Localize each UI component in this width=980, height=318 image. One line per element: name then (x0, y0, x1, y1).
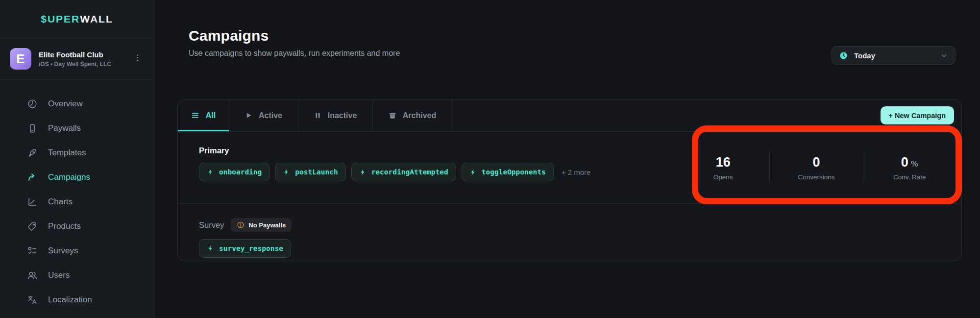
sidebar-item-label: Localization (48, 295, 92, 305)
trigger-pill[interactable]: postLaunch (275, 163, 345, 181)
date-range-value: Today (854, 51, 934, 60)
paywalls-icon (27, 123, 38, 134)
sidebar-nav: Overview Paywalls Templates (0, 80, 154, 312)
sidebar-item-paywalls[interactable]: Paywalls (0, 116, 154, 141)
stat-opens: 16 Opens (677, 132, 769, 203)
lightning-icon (207, 245, 214, 252)
more-triggers-label[interactable]: + 2 more (562, 168, 591, 176)
sidebar-item-label: Surveys (48, 246, 78, 256)
workspace-meta: iOS • Day Well Spent, LLC (39, 61, 111, 68)
lightning-icon (469, 169, 477, 176)
trigger-pill-label: recordingAttempted (371, 168, 448, 176)
campaign-stats: 16 Opens 0 Conversions 0% Conv. Rate (677, 132, 956, 203)
logo-accent-text: $UPER (41, 13, 80, 25)
trigger-pill[interactable]: onboarding (199, 163, 270, 181)
sidebar-item-label: Campaigns (48, 172, 90, 182)
trigger-pill-row: survey_response (199, 239, 961, 258)
templates-icon (27, 147, 38, 158)
sidebar-item-charts[interactable]: Charts (0, 190, 154, 214)
tab-label: Archived (403, 111, 436, 120)
tab-all[interactable]: All (178, 99, 229, 131)
stat-conv-rate: 0% Conv. Rate (863, 132, 956, 203)
workspace-text: Elite Football Club iOS • Day Well Spent… (39, 50, 111, 68)
main-content: Campaigns Use campaigns to show paywalls… (154, 0, 980, 318)
localization-icon (27, 294, 38, 305)
list-icon (191, 111, 199, 120)
clock-icon (839, 51, 848, 60)
stat-value: 0 (812, 155, 820, 170)
archive-icon (389, 112, 396, 120)
surveys-icon (27, 245, 38, 256)
page-title: Campaigns (189, 27, 400, 44)
sidebar-item-localization[interactable]: Localization (0, 288, 154, 312)
stat-value: 0% (901, 155, 918, 170)
info-icon (237, 221, 245, 229)
sidebar-item-campaigns[interactable]: Campaigns (0, 165, 154, 190)
tab-label: All (206, 111, 216, 120)
campaign-row-primary[interactable]: Primary onboarding postLaunch recordingA… (178, 132, 961, 204)
sidebar-item-label: Products (48, 221, 81, 231)
users-icon (27, 270, 38, 281)
campaign-tabs: All Active Inactive (178, 99, 961, 132)
sidebar-item-users[interactable]: Users (0, 263, 154, 288)
date-range-select[interactable]: Today (832, 46, 956, 65)
campaign-title-line: Survey No Paywalls (199, 204, 961, 232)
sidebar-item-label: Paywalls (48, 123, 81, 133)
tab-label: Active (259, 111, 282, 120)
page-header: Campaigns Use campaigns to show paywalls… (154, 0, 980, 65)
sidebar-item-label: Templates (48, 148, 86, 158)
stat-value: 16 (716, 155, 731, 170)
sidebar-item-label: Overview (48, 99, 83, 109)
campaigns-icon (27, 172, 38, 183)
stat-label: Conversions (798, 173, 834, 181)
pause-icon (314, 112, 321, 119)
sidebar-item-surveys[interactable]: Surveys (0, 239, 154, 263)
trigger-pill[interactable]: survey_response (199, 239, 291, 258)
workspace-switcher[interactable]: E Elite Football Club iOS • Day Well Spe… (0, 38, 154, 80)
workspace-name: Elite Football Club (39, 50, 111, 59)
badge-label: No Paywalls (248, 221, 286, 229)
page-subtitle: Use campaigns to show paywalls, run expe… (189, 49, 400, 58)
logo-rest-text: WALL (80, 13, 113, 25)
trigger-pill-label: toggleOpponents (482, 168, 546, 176)
campaign-row-survey[interactable]: Survey No Paywalls survey_response (178, 204, 961, 261)
tab-archived[interactable]: Archived (373, 99, 452, 131)
workspace-avatar: E (10, 48, 31, 70)
campaigns-panel: All Active Inactive (177, 99, 962, 261)
stat-label: Conv. Rate (893, 173, 926, 181)
sidebar-item-overview[interactable]: Overview (0, 92, 154, 116)
campaign-name: Survey (199, 220, 224, 230)
tab-label: Inactive (328, 111, 357, 120)
overview-icon (27, 98, 38, 109)
charts-icon (27, 196, 38, 207)
trigger-pill[interactable]: recordingAttempted (351, 163, 456, 181)
kebab-icon (133, 53, 142, 62)
chevron-down-icon (940, 51, 948, 60)
sidebar-item-label: Charts (48, 197, 73, 207)
workspace-menu-button[interactable] (131, 51, 144, 66)
superwall-logo: $UPERWALL (0, 0, 154, 38)
stat-suffix: % (911, 159, 918, 169)
stat-label: Opens (713, 173, 733, 181)
tab-active[interactable]: Active (229, 99, 298, 131)
products-icon (27, 221, 38, 232)
sidebar-item-products[interactable]: Products (0, 214, 154, 239)
new-campaign-button[interactable]: + New Campaign (881, 106, 954, 124)
tab-inactive[interactable]: Inactive (298, 99, 373, 131)
trigger-pill-label: survey_response (219, 245, 283, 252)
campaign-name: Primary (199, 146, 229, 155)
sidebar-item-templates[interactable]: Templates (0, 141, 154, 165)
trigger-pill[interactable]: toggleOpponents (462, 163, 554, 181)
lightning-icon (359, 169, 367, 176)
sidebar: $UPERWALL E Elite Football Club iOS • Da… (0, 0, 154, 318)
stat-conversions: 0 Conversions (770, 132, 862, 203)
no-paywalls-badge: No Paywalls (231, 218, 292, 232)
trigger-pill-label: onboarding (219, 168, 262, 176)
page-header-text: Campaigns Use campaigns to show paywalls… (189, 27, 400, 58)
trigger-pill-label: postLaunch (295, 168, 338, 176)
play-icon (245, 112, 252, 119)
lightning-icon (283, 169, 290, 176)
app-window: $UPERWALL E Elite Football Club iOS • Da… (0, 0, 980, 318)
sidebar-item-label: Users (48, 270, 70, 280)
lightning-icon (207, 169, 214, 176)
